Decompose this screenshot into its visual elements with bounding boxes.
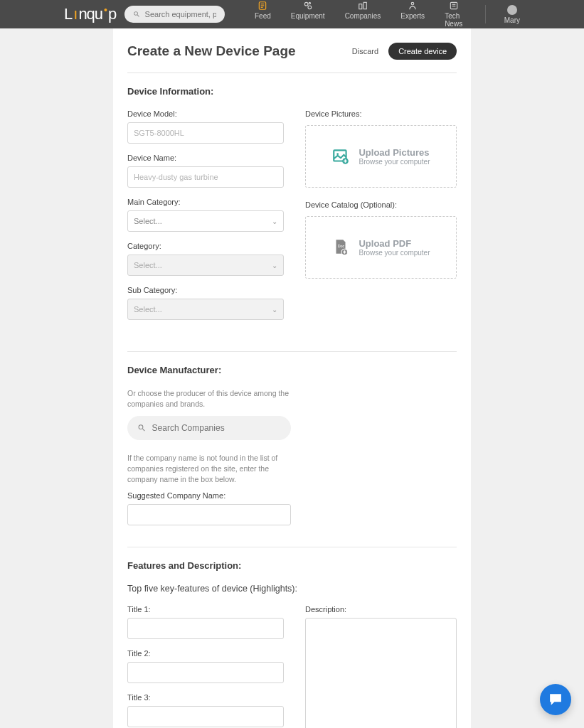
news-icon	[448, 1, 460, 11]
main-category-select[interactable]: Select... ⌄	[127, 210, 284, 232]
nav-feed[interactable]: Feed	[255, 1, 271, 28]
sub-category-value: Select...	[134, 305, 162, 314]
device-pictures-label: Device Pictures:	[305, 109, 457, 118]
upload-pictures-title: Upload Pictures	[359, 147, 430, 158]
manufacturer-hint1: Or choose the producer of this device am…	[127, 388, 291, 409]
avatar	[507, 5, 517, 15]
category-label: Category:	[127, 242, 284, 250]
manufacturer-hint2: If the company name is not found in the …	[127, 453, 291, 484]
title2-input[interactable]	[127, 662, 284, 683]
image-upload-icon	[331, 147, 350, 166]
svg-rect-7	[359, 4, 362, 9]
upload-pdf-dropzone[interactable]: Doc Upload PDF Browse your computer	[305, 216, 457, 279]
page-header: Create a New Device Page Discard Create …	[127, 40, 457, 73]
title2-label: Title 2:	[127, 649, 284, 658]
highlights-subheading: Top five key-features of device (Highlig…	[127, 584, 457, 594]
global-search[interactable]	[124, 6, 225, 23]
discard-button[interactable]: Discard	[352, 47, 378, 55]
nav-experts-label: Experts	[400, 12, 425, 20]
chat-icon	[548, 692, 563, 707]
search-icon	[137, 423, 147, 433]
svg-point-6	[309, 2, 310, 4]
upload-pictures-dropzone[interactable]: Upload Pictures Browse your computer	[305, 125, 457, 188]
manufacturer-section-title: Device Manufacturer:	[127, 365, 457, 375]
sub-category-select[interactable]: Select... ⌄	[127, 299, 284, 320]
upload-pictures-sub: Browse your computer	[359, 158, 430, 166]
description-label: Description:	[305, 605, 457, 614]
create-device-button[interactable]: Create device	[388, 43, 457, 60]
nav-technews-label: Tech News	[445, 12, 462, 28]
global-search-input[interactable]	[145, 10, 216, 18]
search-companies-input[interactable]	[152, 423, 281, 433]
feed-icon	[257, 1, 268, 11]
user-menu[interactable]: Mary	[504, 5, 520, 24]
nav-companies[interactable]: Companies	[345, 1, 381, 28]
nav-equipment[interactable]: Equipment	[291, 1, 325, 28]
category-select[interactable]: Select... ⌄	[127, 255, 284, 276]
svg-point-4	[304, 2, 308, 6]
title1-label: Title 1:	[127, 605, 284, 614]
nav: Feed Equipment Companies Experts Tech Ne…	[255, 1, 462, 28]
experts-icon	[407, 1, 418, 11]
description-textarea[interactable]	[305, 618, 457, 728]
svg-point-5	[308, 6, 312, 9]
svg-rect-8	[363, 2, 366, 9]
svg-point-9	[411, 2, 414, 5]
chevron-down-icon: ⌄	[272, 306, 277, 314]
chevron-down-icon: ⌄	[272, 262, 277, 269]
search-companies[interactable]	[127, 416, 291, 440]
doc-upload-icon: Doc	[331, 238, 350, 257]
svg-text:Doc: Doc	[338, 244, 345, 248]
user-name: Mary	[504, 16, 520, 24]
nav-experts[interactable]: Experts	[400, 1, 425, 28]
device-catalog-label: Device Catalog (Optional):	[305, 200, 457, 209]
nav-equipment-label: Equipment	[291, 12, 325, 20]
equipment-icon	[302, 1, 314, 11]
suggested-company-label: Suggested Company Name:	[127, 491, 291, 500]
device-model-input[interactable]	[127, 122, 284, 144]
companies-icon	[357, 1, 368, 11]
title3-input[interactable]	[127, 706, 284, 727]
title3-label: Title 3:	[127, 693, 284, 702]
device-info-section-title: Device Information:	[127, 86, 457, 97]
main-category-label: Main Category:	[127, 198, 284, 206]
device-name-label: Device Name:	[127, 154, 284, 162]
header-divider	[485, 5, 486, 23]
sub-category-label: Sub Category:	[127, 286, 284, 294]
suggested-company-input[interactable]	[127, 504, 291, 525]
page-title: Create a New Device Page	[127, 43, 296, 59]
search-icon	[133, 10, 140, 18]
nav-feed-label: Feed	[255, 12, 271, 20]
chat-launcher[interactable]	[540, 684, 571, 715]
nav-companies-label: Companies	[345, 12, 381, 20]
section-divider	[127, 547, 457, 547]
device-model-label: Device Model:	[127, 109, 284, 118]
upload-pdf-sub: Browse your computer	[359, 249, 430, 257]
app-header: Lınqu•p Feed Equipment Companies Experts…	[0, 0, 584, 28]
device-name-input[interactable]	[127, 166, 284, 188]
logo[interactable]: Lınqu•p	[64, 5, 116, 23]
main-card: Create a New Device Page Discard Create …	[113, 28, 471, 728]
features-section-title: Features and Description:	[127, 560, 457, 571]
title1-input[interactable]	[127, 618, 284, 639]
category-value: Select...	[134, 261, 162, 269]
section-divider	[127, 351, 457, 352]
upload-pdf-title: Upload PDF	[359, 238, 430, 249]
nav-technews[interactable]: Tech News	[445, 1, 462, 28]
chevron-down-icon: ⌄	[272, 218, 277, 225]
main-category-value: Select...	[134, 217, 162, 225]
